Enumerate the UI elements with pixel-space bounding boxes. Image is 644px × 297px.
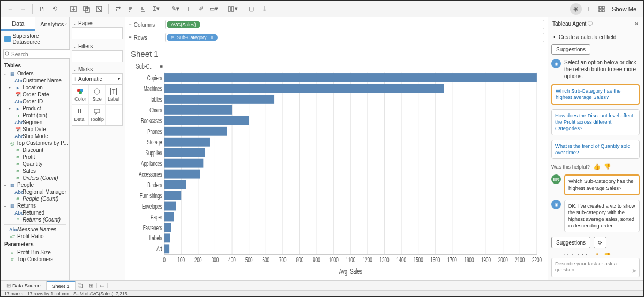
suggestion-card-1[interactable]: Which Sub-Category has the highest avera… xyxy=(551,84,640,105)
field-location[interactable]: ▸▸Location xyxy=(1,84,69,91)
presentation-icon[interactable]: ▢ xyxy=(245,3,257,15)
field-people-count-[interactable]: #People (Count) xyxy=(1,195,69,202)
field-profit[interactable]: #Profit xyxy=(1,154,69,161)
new-sheet-icon[interactable]: ⿻ xyxy=(76,283,86,288)
forward-icon[interactable]: → xyxy=(17,3,29,15)
columns-shelf[interactable]: AVG(Sales) xyxy=(165,20,544,29)
table-orders[interactable]: ⌄▦Orders xyxy=(1,70,69,77)
table-people[interactable]: ⌄▦People xyxy=(1,181,69,188)
agent-toggle-icon[interactable]: ◉ xyxy=(570,3,582,15)
field-orders-count-[interactable]: #Orders (Count) xyxy=(1,174,69,181)
thumbs-down-icon[interactable]: 👎 xyxy=(604,253,611,255)
field-segment[interactable]: AbcSegment xyxy=(1,119,69,126)
tab-sheet-1[interactable]: Sheet 1 xyxy=(47,281,76,290)
text-icon[interactable]: T xyxy=(182,3,194,15)
field-discount[interactable]: #Discount xyxy=(1,147,69,154)
highlight-icon[interactable]: ✎▾ xyxy=(169,3,181,15)
bar-chairs[interactable] xyxy=(164,105,232,115)
marks-type-select[interactable]: ⫲Automatic▾ xyxy=(72,74,122,85)
marks-tooltip[interactable]: Tooltip xyxy=(89,105,106,125)
bar-appliances[interactable] xyxy=(164,159,204,168)
new-worksheet-icon[interactable] xyxy=(68,3,79,15)
bar-copiers[interactable] xyxy=(164,73,537,82)
bar-art[interactable] xyxy=(164,244,169,253)
bar-supplies[interactable] xyxy=(164,148,205,157)
field-order-date[interactable]: 📅Order Date xyxy=(1,91,69,98)
bar-paper[interactable] xyxy=(164,212,174,222)
sort-desc-icon[interactable] xyxy=(138,3,149,15)
tab-analytics[interactable]: Analytics‹ xyxy=(35,17,70,31)
bar-labels[interactable] xyxy=(164,233,170,242)
agent-close-icon[interactable]: ✕ xyxy=(634,21,639,27)
bar-accessories[interactable] xyxy=(164,170,200,179)
tab-data-source[interactable]: ⊞Data Source xyxy=(1,281,47,290)
bar-binders[interactable] xyxy=(164,180,186,189)
swap-icon[interactable]: ⇄ xyxy=(112,3,124,15)
filters-shelf[interactable]: ⌄Filters xyxy=(72,42,123,62)
rows-pill[interactable]: ⊞Sub-Category≡ xyxy=(167,34,218,41)
refresh-icon[interactable]: ⟳ xyxy=(594,237,606,248)
suggestion-card-2[interactable]: How does the Discount level affect the P… xyxy=(551,109,640,135)
field-profit-bin-size[interactable]: #Profit Bin Size xyxy=(1,249,69,256)
new-dashboard-icon[interactable]: ⊞ xyxy=(86,283,97,288)
bar-phones[interactable] xyxy=(164,127,227,136)
marks-label[interactable]: TLabel xyxy=(106,85,122,105)
thumbs-down-icon[interactable]: 👎 xyxy=(604,163,611,170)
rows-shelf[interactable]: ⊞Sub-Category≡ xyxy=(165,33,544,42)
marks-detail[interactable]: Detail xyxy=(72,105,89,125)
thumbs-up-icon[interactable]: 👍 xyxy=(593,163,601,170)
field-order-id[interactable]: AbcOrder ID xyxy=(1,98,69,105)
fit-icon[interactable]: ▭▾ xyxy=(208,3,220,15)
field-profit-bin-[interactable]: ⋅ıProfit (bin) xyxy=(1,112,69,119)
tab-data[interactable]: Data xyxy=(1,17,35,31)
download-icon[interactable]: ⤓ xyxy=(258,3,270,15)
recommend-icon[interactable] xyxy=(596,3,608,15)
field-customer-name[interactable]: AbcCustomer Name xyxy=(1,77,69,84)
table-returns[interactable]: ⌄▦Returns xyxy=(1,202,69,209)
field-returns-count-[interactable]: #Returns (Count) xyxy=(1,216,69,223)
thumbs-up-icon[interactable]: 👍 xyxy=(593,253,601,255)
bar-bookcases[interactable] xyxy=(164,116,249,125)
marks-color[interactable]: Color xyxy=(72,85,89,105)
field-quantity[interactable]: #Quantity xyxy=(1,161,69,167)
revert-icon[interactable]: ⟲ xyxy=(49,3,61,15)
field-regional-manager[interactable]: AbcRegional Manager xyxy=(1,188,69,195)
clear-icon[interactable] xyxy=(93,3,105,15)
back-icon[interactable]: ← xyxy=(4,3,16,15)
suggestion-card-3[interactable]: What is the trend of Quantity sold over … xyxy=(551,140,640,159)
marks-size[interactable]: Size xyxy=(89,85,106,105)
field-profit-ratio[interactable]: =#Profit Ratio xyxy=(1,233,69,240)
datasource-item[interactable]: Superstore Datasource xyxy=(1,31,69,47)
field-measure-names[interactable]: AbcMeasure Names xyxy=(1,226,69,233)
suggestions-button[interactable]: Suggestions xyxy=(551,44,590,55)
new-story-icon[interactable]: ▭ xyxy=(97,283,108,288)
bar-furnishings[interactable] xyxy=(164,191,182,200)
bar-tables[interactable] xyxy=(164,95,274,104)
format-icon[interactable]: ✐ xyxy=(195,3,207,15)
sheet-title[interactable]: Sheet 1 xyxy=(125,45,548,60)
columns-pill[interactable]: AVG(Sales) xyxy=(167,21,200,28)
field-top-customers[interactable]: #Top Customers xyxy=(1,256,69,263)
show-me-button[interactable]: Show Me xyxy=(609,6,640,12)
bar-envelopes[interactable] xyxy=(164,202,176,211)
send-icon[interactable]: ➤ xyxy=(632,267,637,275)
field-product[interactable]: ▸▸Product xyxy=(1,105,69,112)
totals-icon[interactable]: Σ▾ xyxy=(151,3,162,15)
sort-asc-icon[interactable] xyxy=(125,3,137,15)
agent-input[interactable]: Describe your task or ask a question... … xyxy=(551,258,640,277)
field-ship-date[interactable]: 📅Ship Date xyxy=(1,126,69,133)
suggestions-button-2[interactable]: Suggestions xyxy=(551,237,590,248)
bar-machines[interactable] xyxy=(164,84,444,93)
bar-fasteners[interactable] xyxy=(164,223,171,232)
guide-icon[interactable]: T xyxy=(583,3,595,15)
duplicate-icon[interactable] xyxy=(80,3,92,15)
bar-storage[interactable] xyxy=(164,138,210,147)
field-top-customers-by-p-[interactable]: ◎Top Customers by P... xyxy=(1,140,69,147)
field-ship-mode[interactable]: AbcShip Mode xyxy=(1,133,69,140)
chart-area[interactable]: Sub-C..≡01002003004005006007008009001000… xyxy=(125,60,548,280)
field-sales[interactable]: #Sales xyxy=(1,167,69,174)
pages-shelf[interactable]: ⌄Pages xyxy=(72,19,123,39)
field-returned[interactable]: AbcReturned xyxy=(1,209,69,216)
show-cards-icon[interactable]: ▾ xyxy=(227,3,238,15)
save-icon[interactable]: 🗋 xyxy=(36,3,48,15)
